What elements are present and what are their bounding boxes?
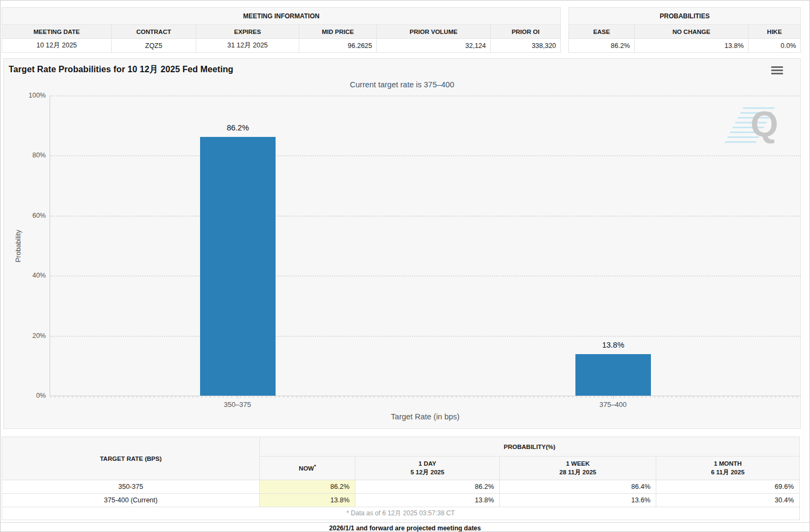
table-row: 375-400 (Current) 13.8% 13.8% 13.6% 30.4…	[2, 494, 800, 507]
col-1-month: 1 MONTH6 11月 2025	[656, 457, 800, 480]
quikstrike-watermark-icon: Q	[740, 105, 778, 145]
chart-title: Target Rate Probabilities for 10 12月 202…	[9, 64, 234, 75]
meeting-information-table: MEETING INFORMATION MEETING DATE CONTRAC…	[2, 7, 561, 53]
meeting-date-value: 10 12月 2025	[2, 39, 112, 53]
probabilities-summary-table: PROBABILITIES EASE NO CHANGE HIKE 86.2% …	[568, 7, 801, 53]
mid-price-value: 96.2625	[299, 39, 377, 53]
y-tick-label: 40%	[32, 272, 46, 279]
col-1-week: 1 WEEK28 11月 2025	[500, 457, 656, 480]
hamburger-menu-icon[interactable]	[771, 66, 783, 75]
col-contract: CONTRACT	[112, 25, 196, 39]
chart-subtitle: Current target rate is 375–400	[4, 80, 800, 89]
row2-now: 13.8%	[260, 494, 355, 507]
no-change-value: 13.8%	[635, 39, 749, 53]
col-prior-volume: PRIOR VOLUME	[377, 25, 491, 39]
prior-volume-value: 32,124	[377, 39, 491, 53]
col-mid-price: MID PRICE	[299, 25, 377, 39]
data-as-of-footnote: * Data as of 6 12月 2025 03:57:38 CT	[2, 507, 800, 520]
table-row: 350-375 86.2% 86.2% 86.4% 69.6%	[2, 480, 800, 494]
row2-1week: 13.6%	[500, 494, 656, 507]
col-now: NOW*	[260, 457, 355, 480]
y-tick-label: 60%	[32, 212, 46, 219]
row1-target-rate: 350-375	[2, 480, 260, 494]
y-tick-label: 80%	[32, 151, 46, 159]
expires-value: 31 12月 2025	[196, 39, 299, 53]
hike-value: 0.0%	[749, 39, 801, 53]
bar-350–375[interactable]	[200, 137, 276, 396]
y-axis-title: Probability	[13, 95, 22, 396]
header-target-rate-bps: TARGET RATE (BPS)	[2, 437, 260, 480]
x-label-350-375: 350–375	[50, 400, 425, 409]
probability-history-panel: TARGET RATE (BPS) PROBABILITY(%) NOW* 1 …	[2, 437, 799, 520]
row2-target-rate: 375-400 (Current)	[2, 494, 260, 507]
now-asterisk: *	[314, 463, 316, 469]
col-no-change: NO CHANGE	[635, 25, 749, 39]
row1-1month: 69.6%	[656, 480, 800, 494]
projected-meeting-dates-note: 2026/1/1 and forward are projected meeti…	[1, 522, 809, 532]
bar-series: 86.2%13.8%	[50, 95, 801, 396]
col-expires: EXPIRES	[196, 25, 299, 39]
x-axis-title: Target Rate (in bps)	[50, 412, 801, 421]
meeting-information-title: MEETING INFORMATION	[2, 8, 561, 25]
x-axis-minor-ticks	[50, 396, 801, 398]
y-tick-label: 100%	[29, 92, 46, 99]
probabilities-title: PROBABILITIES	[569, 8, 801, 25]
fedwatch-page: MEETING INFORMATION MEETING DATE CONTRAC…	[0, 0, 810, 532]
col-meeting-date: MEETING DATE	[2, 25, 112, 39]
row2-1month: 30.4%	[656, 494, 800, 507]
contract-value: ZQZ5	[112, 39, 196, 53]
ease-value: 86.2%	[569, 39, 635, 53]
prior-oi-value: 338,320	[491, 39, 561, 53]
row1-1week: 86.4%	[500, 480, 656, 494]
row1-now: 86.2%	[260, 480, 355, 494]
col-1-day: 1 DAY5 12月 2025	[355, 457, 500, 480]
header-probability-pct: PROBABILITY(%)	[260, 437, 800, 457]
row1-1day: 86.2%	[355, 480, 500, 494]
y-tick-label: 20%	[32, 332, 46, 340]
x-label-375-400: 375–400	[425, 400, 801, 409]
col-hike: HIKE	[749, 25, 801, 39]
y-tick-label: 0%	[36, 392, 46, 399]
col-ease: EASE	[569, 25, 635, 39]
x-axis-category-labels: 350–375 375–400	[50, 400, 801, 409]
probability-history-table: TARGET RATE (BPS) PROBABILITY(%) NOW* 1 …	[2, 437, 800, 520]
col-prior-oi: PRIOR OI	[491, 25, 561, 39]
target-rate-chart-panel: Target Rate Probabilities for 10 12月 202…	[3, 58, 801, 429]
plot-area: 0%20%40%60%80%100% 86.2%13.8% Q	[50, 95, 801, 396]
row2-1day: 13.8%	[355, 494, 500, 507]
top-summary-row: MEETING INFORMATION MEETING DATE CONTRAC…	[1, 1, 809, 57]
bar-value-label: 13.8%	[602, 341, 624, 349]
bar-value-label: 86.2%	[226, 123, 249, 132]
bar-375–400[interactable]	[575, 354, 651, 396]
